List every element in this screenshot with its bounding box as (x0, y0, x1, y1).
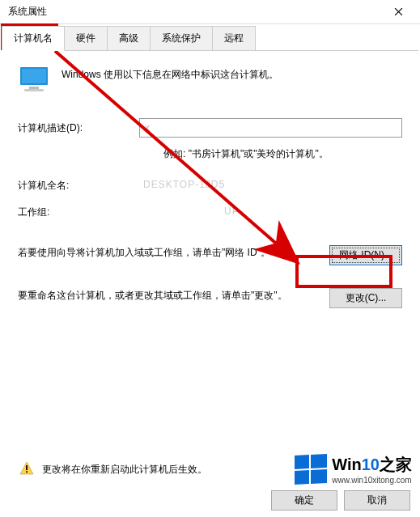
warning-icon (19, 461, 34, 478)
fullname-value: DESKTOP-1JD5 (143, 179, 225, 193)
tab-remote[interactable]: 远程 (212, 26, 256, 50)
svg-rect-2 (29, 87, 39, 89)
tab-content: Windows 使用以下信息在网络中标识这台计算机。 计算机描述(D): x 例… (0, 51, 420, 339)
workgroup-label: 工作组: (18, 206, 143, 219)
close-icon (394, 7, 403, 16)
windows-logo-icon (295, 454, 327, 485)
fullname-label: 计算机全名: (18, 179, 143, 193)
rename-text: 要重命名这台计算机，或者更改其域或工作组，请单击"更改"。 (18, 288, 315, 303)
watermark-brand: Win10之家 (332, 454, 412, 476)
workgroup-value: UP (224, 206, 240, 219)
svg-rect-3 (24, 89, 44, 91)
intro-text: Windows 使用以下信息在网络中标识这台计算机。 (62, 66, 278, 82)
network-id-text: 若要使用向导将计算机加入域或工作组，请单击"网络 ID"。 (18, 245, 315, 261)
cancel-button[interactable]: 取消 (344, 490, 410, 511)
description-example: 例如: "书房计算机"或"美玲的计算机"。 (163, 147, 402, 161)
description-input[interactable]: x (139, 118, 402, 138)
ok-button[interactable]: 确定 (271, 490, 337, 511)
warning-text: 更改将在你重新启动此计算机后生效。 (42, 463, 207, 477)
tab-hardware[interactable]: 硬件 (64, 26, 108, 50)
close-button[interactable] (380, 1, 417, 23)
computer-icon (18, 66, 50, 97)
tab-system-protection[interactable]: 系统保护 (150, 26, 213, 50)
network-id-button[interactable]: 网络 ID(N)... (329, 245, 402, 265)
watermark-url: www.win10xitong.com (332, 476, 412, 485)
tab-advanced[interactable]: 高级 (107, 26, 151, 50)
tab-computer-name[interactable]: 计算机名 (2, 26, 65, 51)
svg-rect-4 (26, 465, 28, 470)
watermark: Win10之家 www.win10xitong.com (295, 454, 412, 485)
change-button[interactable]: 更改(C)... (329, 288, 402, 308)
svg-rect-1 (22, 69, 46, 83)
description-value: x (145, 122, 150, 133)
tab-bar: 计算机名 硬件 高级 系统保护 远程 (2, 26, 418, 51)
window-title: 系统属性 (8, 5, 380, 19)
warning-row: 更改将在你重新启动此计算机后生效。 (19, 461, 207, 478)
dialog-buttons: 确定 取消 (271, 490, 410, 511)
svg-rect-5 (26, 471, 28, 473)
titlebar: 系统属性 (0, 0, 420, 24)
description-label: 计算机描述(D): (18, 121, 139, 135)
